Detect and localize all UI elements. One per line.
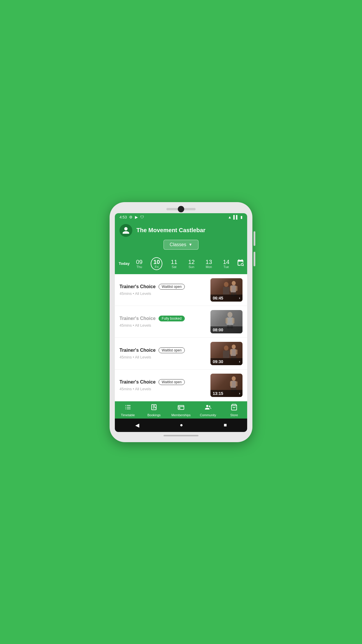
- class-figure-4: [220, 375, 240, 392]
- battery-icon: ▮: [240, 215, 242, 219]
- shield-icon: 🛡: [140, 215, 144, 219]
- class-name-2: Trainer's Choice: [120, 316, 156, 321]
- svg-rect-5: [236, 286, 238, 291]
- svg-rect-19: [236, 349, 238, 354]
- class-info-4: Trainer's Choice Waitlist open 45mins • …: [120, 379, 207, 391]
- svg-rect-12: [226, 318, 228, 323]
- date-11-sat[interactable]: 11 Sat: [168, 258, 180, 270]
- svg-point-24: [232, 376, 236, 381]
- svg-point-2: [232, 281, 236, 285]
- class-item-4[interactable]: Trainer's Choice Waitlist open 45mins • …: [115, 370, 247, 401]
- front-camera: [178, 206, 184, 212]
- volume-down-button: [254, 252, 255, 266]
- svg-rect-18: [230, 349, 232, 354]
- class-time-3: 09:30 ›: [210, 358, 242, 365]
- date-selector: Today 09 Thu 10 Fri 11 Sat 12 Sun: [115, 254, 247, 274]
- app-header: The Movement Castlebar Classes ▼: [115, 221, 247, 254]
- date-14-tue[interactable]: 14 Tue: [220, 258, 232, 270]
- class-meta-1: 45mins • All Levels: [120, 291, 207, 296]
- date-09-thu[interactable]: 09 Thu: [133, 258, 145, 270]
- class-meta-4: 45mins • All Levels: [120, 387, 207, 391]
- class-time-1: 06:45 ›: [210, 295, 242, 302]
- nav-bookings[interactable]: Bookings: [145, 404, 163, 417]
- nav-store[interactable]: Store: [225, 404, 243, 417]
- dropdown-label: Classes: [170, 242, 186, 247]
- class-item-1[interactable]: Trainer's Choice Waitlist open 45mins • …: [115, 274, 247, 306]
- svg-rect-23: [223, 350, 229, 358]
- nav-community[interactable]: Community: [199, 404, 217, 417]
- class-thumb-1: 06:45 ›: [210, 278, 242, 302]
- home-indicator: [164, 435, 198, 436]
- svg-point-16: [232, 344, 236, 349]
- class-info-1: Trainer's Choice Waitlist open 45mins • …: [120, 284, 207, 296]
- android-recent-button[interactable]: ■: [224, 422, 227, 428]
- status-time: 4:53: [120, 215, 127, 219]
- svg-point-10: [227, 312, 232, 317]
- waitlist-badge-1: Waitlist open: [159, 284, 185, 290]
- chevron-down-icon: ▼: [189, 242, 192, 247]
- svg-rect-13: [232, 318, 235, 323]
- svg-rect-35: [127, 409, 131, 409]
- header-top: The Movement Castlebar: [120, 224, 242, 237]
- class-thumb-3: 09:30 ›: [210, 342, 242, 365]
- waitlist-badge-3: Waitlist open: [159, 347, 185, 353]
- bookings-icon: [150, 404, 157, 412]
- gear-icon: ⚙: [129, 215, 133, 219]
- svg-rect-31: [127, 405, 131, 406]
- classes-dropdown[interactable]: Classes ▼: [164, 240, 198, 250]
- fully-booked-badge-2: Fully booked: [159, 316, 185, 321]
- app-title: The Movement Castlebar: [136, 227, 205, 234]
- community-icon: [205, 404, 212, 412]
- class-name-row-4: Trainer's Choice Waitlist open: [120, 379, 207, 385]
- svg-point-40: [209, 405, 210, 407]
- wifi-icon: ▲: [228, 215, 232, 219]
- calendar-search-icon[interactable]: [237, 259, 244, 268]
- date-items: 09 Thu 10 Fri 11 Sat 12 Sun 13 Mon: [131, 257, 235, 270]
- svg-rect-33: [127, 407, 131, 407]
- svg-point-8: [224, 282, 228, 287]
- user-icon: [122, 226, 130, 235]
- svg-rect-26: [230, 381, 232, 386]
- timetable-icon: [124, 404, 131, 412]
- signal-icon: ▌▌: [233, 215, 239, 219]
- class-figure-2: [220, 311, 240, 329]
- nav-memberships-label: Memberships: [171, 413, 191, 417]
- svg-rect-32: [125, 407, 126, 407]
- class-thumb-4: 13:15 ›: [210, 374, 242, 397]
- avatar[interactable]: [120, 224, 132, 237]
- thumb-chevron-1: ›: [239, 296, 240, 300]
- nav-community-label: Community: [200, 413, 216, 417]
- nav-memberships[interactable]: Memberships: [171, 404, 191, 417]
- class-info-2: Trainer's Choice Fully booked 45mins • A…: [120, 316, 207, 328]
- class-name-row-3: Trainer's Choice Waitlist open: [120, 347, 207, 353]
- memberships-icon: [178, 404, 184, 412]
- svg-rect-27: [236, 381, 238, 386]
- class-meta-2: 45mins • All Levels: [120, 323, 207, 328]
- volume-up-button: [254, 231, 255, 246]
- store-icon: [231, 404, 238, 412]
- class-item-3[interactable]: Trainer's Choice Waitlist open 45mins • …: [115, 338, 247, 370]
- svg-rect-37: [178, 405, 184, 410]
- class-thumb-2: 08:00: [210, 310, 242, 333]
- date-12-sun[interactable]: 12 Sun: [186, 258, 197, 270]
- svg-rect-38: [179, 408, 180, 408]
- status-left: 4:53 ⚙ ▶ 🛡: [120, 215, 144, 219]
- date-13-mon[interactable]: 13 Mon: [203, 258, 215, 270]
- today-label[interactable]: Today: [118, 261, 131, 266]
- class-name-4: Trainer's Choice: [120, 379, 156, 385]
- android-nav-bar: ◀ ● ■: [115, 419, 247, 432]
- class-meta-3: 45mins • All Levels: [120, 355, 207, 359]
- nav-timetable[interactable]: Timetable: [119, 404, 137, 417]
- class-item-2[interactable]: Trainer's Choice Fully booked 45mins • A…: [115, 306, 247, 338]
- android-home-button[interactable]: ●: [180, 422, 183, 428]
- class-figure-1: [220, 279, 240, 297]
- date-10-fri[interactable]: 10 Fri: [151, 257, 162, 270]
- android-back-button[interactable]: ◀: [135, 422, 139, 428]
- class-name-row-1: Trainer's Choice Waitlist open: [120, 284, 207, 290]
- class-list: Trainer's Choice Waitlist open 45mins • …: [115, 274, 247, 401]
- class-name-1: Trainer's Choice: [120, 284, 156, 289]
- bottom-nav: Timetable Bookings: [115, 401, 247, 419]
- thumb-chevron-4: ›: [239, 391, 240, 396]
- status-bar: 4:53 ⚙ ▶ 🛡 ▲ ▌▌ ▮: [115, 213, 247, 221]
- class-figure-3: [220, 343, 240, 360]
